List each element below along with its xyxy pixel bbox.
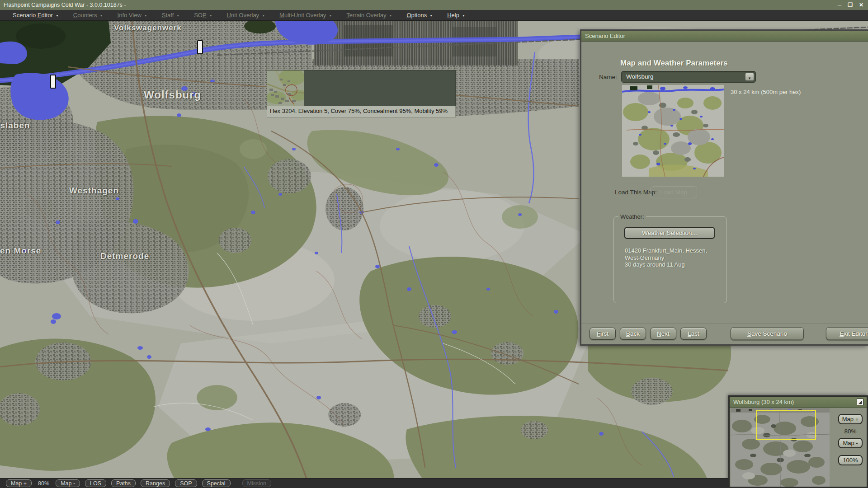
window-title: Flashpoint Campaigns Cold War - 3.0.0.10… xyxy=(4,2,126,8)
caret-down-icon: ▼ xyxy=(429,13,433,17)
menu-item-scenario-editor[interactable]: Scenario Editor ▼ xyxy=(5,10,66,21)
caret-down-icon: ▼ xyxy=(462,13,465,17)
panel-heading: Map and Weather Parameters xyxy=(620,59,728,68)
window-titlebar[interactable]: Flashpoint Campaigns Cold War - 3.0.0.10… xyxy=(0,0,868,10)
hex-thumbnail-image xyxy=(267,70,304,106)
minimap-title: Wolfsburg (30 x 24 km) ◢ xyxy=(730,397,867,408)
nav-buttons: FirstBackNextLast xyxy=(590,328,707,340)
menu-item-label: Help xyxy=(447,12,459,19)
menu-bar: Scenario Editor ▼ Counters ▼ Info View ▼… xyxy=(0,10,868,21)
map-name-value: Wolfsburg xyxy=(626,73,654,80)
panel-footer: FirstBackNextLast Save Scenario Exit Edi… xyxy=(581,323,868,344)
app-window: VolkswagenwerkWolfsburgrslabenWesthagene… xyxy=(0,0,868,488)
minimap-viewport-rect[interactable] xyxy=(756,410,816,440)
save-scenario-button[interactable]: Save Scenario xyxy=(731,327,804,340)
map-preview-image xyxy=(622,85,724,177)
caret-down-icon: ▼ xyxy=(56,13,59,17)
menu-item-staff[interactable]: Staff ▼ xyxy=(155,10,187,21)
menu-item-label: Multi-Unit Overlay xyxy=(279,12,326,19)
menu-item-label: Staff xyxy=(162,12,174,19)
caret-down-icon: ▼ xyxy=(144,13,147,17)
toolbar-map-button[interactable]: Map + xyxy=(6,479,32,487)
bridge-marker xyxy=(197,40,203,54)
window-controls: ─ ❐ ✕ xyxy=(838,0,863,10)
map-label-rslaben: rslaben xyxy=(0,121,30,131)
map-label-westhagen: Westhagen xyxy=(69,186,119,196)
caret-down-icon: ▼ xyxy=(748,76,751,80)
exit-editor-button[interactable]: Exit Editor xyxy=(826,327,868,340)
caret-down-icon: ▼ xyxy=(100,13,103,17)
map-name-dropdown[interactable]: Wolfsburg ▼ xyxy=(621,71,756,83)
weather-line-3: 30 days around 11 Aug xyxy=(625,261,707,268)
weather-line-1: 01420 Frankfurt_Main, Hessen, xyxy=(625,247,707,254)
weather-legend: Weather: xyxy=(618,213,646,220)
hex-info-text: Hex 3204: Elevation 5, Cover 75%, Concea… xyxy=(267,106,456,117)
hex-tooltip: Hex 3204: Elevation 5, Cover 75%, Concea… xyxy=(267,70,456,117)
toolbar-zoom-label: 80% xyxy=(38,480,49,487)
load-map-button[interactable]: Load Map xyxy=(650,186,697,198)
minimap-map-button[interactable]: Map + xyxy=(838,414,863,424)
toolbar-map-button[interactable]: Map - xyxy=(56,479,80,487)
menu-item-info-view[interactable]: Info View ▼ xyxy=(110,10,155,21)
map-label-wolfsburg: Wolfsburg xyxy=(144,89,201,101)
back-button[interactable]: Back xyxy=(620,328,646,340)
weather-summary: 01420 Frankfurt_Main, Hessen, West-Germa… xyxy=(625,247,707,268)
minimap-title-text: Wolfsburg (30 x 24 km) xyxy=(733,399,794,405)
minimap-100-button[interactable]: 100% xyxy=(838,455,863,465)
menu-item-help[interactable]: Help ▼ xyxy=(440,10,472,21)
menu-item-counters[interactable]: Counters ▼ xyxy=(66,10,110,21)
hex-tooltip-box xyxy=(267,70,456,106)
toolbar-ranges-button[interactable]: Ranges xyxy=(141,479,170,487)
menu-item-terrain-overlay[interactable]: Terrain Overlay ▼ xyxy=(339,10,399,21)
menu-item-label: Counters xyxy=(73,12,97,19)
scenario-editor-panel: Scenario Editor Map and Weather Paramete… xyxy=(580,29,868,346)
toolbar-los-button[interactable]: LOS xyxy=(85,479,106,487)
toolbar-mission-button: Mission xyxy=(242,479,271,487)
map-size-note: 30 x 24 km (500m per hex) xyxy=(731,89,801,95)
dropdown-arrow-button[interactable]: ▼ xyxy=(745,73,754,81)
menu-item-label: SOP xyxy=(194,12,206,19)
minimap-map-button[interactable]: Map - xyxy=(838,438,863,448)
collapse-icon[interactable]: ◢ xyxy=(857,399,863,405)
toolbar-paths-button[interactable]: Paths xyxy=(111,479,136,487)
menu-item-label: Info View xyxy=(118,12,142,19)
map-name-label: Name: xyxy=(599,74,617,80)
nav-button-label: First xyxy=(597,330,609,337)
menu-item-sop[interactable]: SOP ▼ xyxy=(187,10,219,21)
weather-selection-button[interactable]: Weather Selection... xyxy=(624,227,715,239)
map-label-en-morse: en Morse xyxy=(0,246,41,256)
bridge-marker xyxy=(50,75,56,89)
caret-down-icon: ▼ xyxy=(329,13,332,17)
restore-icon[interactable]: ❐ xyxy=(848,0,853,10)
last-button[interactable]: Last xyxy=(680,328,707,340)
menu-item-label: Terrain Overlay xyxy=(346,12,386,19)
caret-down-icon: ▼ xyxy=(262,13,265,17)
close-icon[interactable]: ✕ xyxy=(859,0,863,10)
toolbar-special-button[interactable]: Special xyxy=(202,479,231,487)
next-button[interactable]: Next xyxy=(650,328,676,340)
map-label-volkswagenwerk: Volkswagenwerk xyxy=(114,23,182,33)
toolbar-sop-button[interactable]: SOP xyxy=(175,479,197,487)
menu-item-label: Options xyxy=(406,12,427,19)
minimap-controls: Map +80%Map -100% xyxy=(838,414,863,465)
bottom-toolbar: Map +80%Map -LOSPathsRangesSOPSpecialMis… xyxy=(0,478,728,488)
caret-down-icon: ▼ xyxy=(389,13,392,17)
weather-line-2: West-Germany xyxy=(625,254,707,262)
minimap-zoom-label: 80% xyxy=(844,428,856,435)
nav-button-label: Next xyxy=(657,330,670,337)
menu-item-label: Unit Overlay xyxy=(227,12,259,19)
nav-button-label: Last xyxy=(688,330,699,337)
menu-item-label: Scenario Editor xyxy=(13,12,53,19)
caret-down-icon: ▼ xyxy=(176,13,179,17)
menu-item-multi-unit-overlay[interactable]: Multi-Unit Overlay ▼ xyxy=(272,10,339,21)
minimap-panel: Wolfsburg (30 x 24 km) ◢ xyxy=(728,395,868,488)
scenario-editor-title: Scenario Editor xyxy=(581,31,868,42)
minimize-icon[interactable]: ─ xyxy=(838,0,842,10)
map-label-detmerode: Detmerode xyxy=(100,251,149,261)
weather-group: Weather: Weather Selection... 01420 Fran… xyxy=(613,213,727,303)
first-button[interactable]: First xyxy=(590,328,616,340)
nav-button-label: Back xyxy=(626,330,640,337)
menu-item-options[interactable]: Options ▼ xyxy=(399,10,440,21)
caret-down-icon: ▼ xyxy=(209,13,212,17)
menu-item-unit-overlay[interactable]: Unit Overlay ▼ xyxy=(220,10,272,21)
